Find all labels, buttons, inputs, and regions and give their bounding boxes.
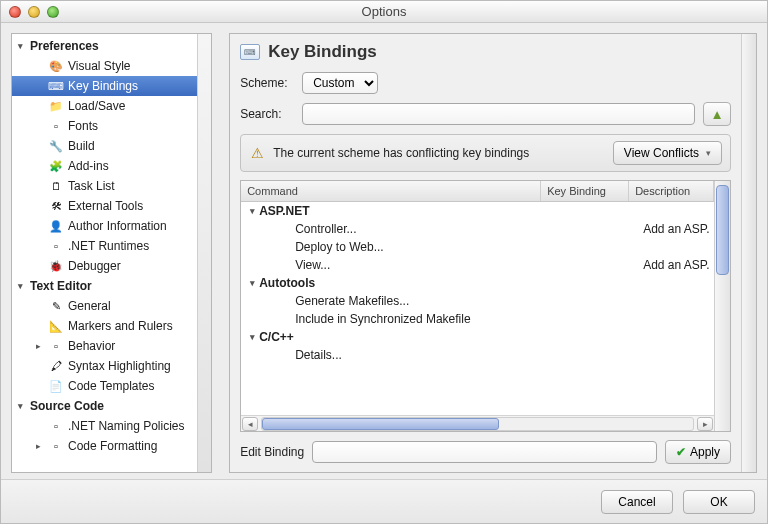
tree-item[interactable]: ▸▫Code Formatting — [12, 436, 197, 456]
tree-item[interactable]: 📁Load/Save — [12, 96, 197, 116]
preferences-sidebar: ▾Preferences🎨Visual Style⌨Key Bindings📁L… — [11, 33, 212, 473]
cell-command: Generate Makefiles... — [295, 294, 555, 308]
palette-icon: 🎨 — [48, 58, 64, 74]
content-area: ▾Preferences🎨Visual Style⌨Key Bindings📁L… — [1, 23, 767, 479]
tree-group-header[interactable]: ▾Text Editor — [12, 276, 197, 296]
scheme-select[interactable]: Custom — [302, 72, 378, 94]
column-command[interactable]: Command — [241, 181, 541, 201]
view-conflicts-button[interactable]: View Conflicts ▾ — [613, 141, 722, 165]
task-icon: 🗒 — [48, 178, 64, 194]
search-input[interactable] — [302, 103, 695, 125]
grid-header: Command Key Binding Description — [241, 181, 714, 202]
titlebar: Options — [1, 1, 767, 23]
grid-row[interactable]: Details... — [241, 346, 714, 364]
tree-item-label: External Tools — [68, 199, 143, 213]
search-action-button[interactable]: ▲ — [703, 102, 731, 126]
tree-item[interactable]: ⌨Key Bindings — [12, 76, 197, 96]
tree-item[interactable]: 📐Markers and Rulers — [12, 316, 197, 336]
tree-group-header[interactable]: ▾Source Code — [12, 396, 197, 416]
tree-item[interactable]: 🎨Visual Style — [12, 56, 197, 76]
stamp-icon: ▲ — [710, 107, 723, 122]
tree-item[interactable]: ▫Fonts — [12, 116, 197, 136]
grid-row[interactable]: View...Add an ASP.NET… — [241, 256, 714, 274]
tree-item-label: Add-ins — [68, 159, 109, 173]
user-icon: 👤 — [48, 218, 64, 234]
preferences-tree[interactable]: ▾Preferences🎨Visual Style⌨Key Bindings📁L… — [12, 34, 197, 472]
column-description[interactable]: Description — [629, 181, 714, 201]
edit-binding-row: Edit Binding ✔ Apply — [240, 440, 731, 464]
tree-item-label: .NET Runtimes — [68, 239, 149, 253]
tree-item-label: Visual Style — [68, 59, 130, 73]
tree-item[interactable]: 🐞Debugger — [12, 256, 197, 276]
tree-item[interactable]: 🔧Build — [12, 136, 197, 156]
tree-item-label: Build — [68, 139, 95, 153]
tree-item[interactable]: 👤Author Information — [12, 216, 197, 236]
grid-row[interactable]: Controller...Add an ASP.NET… — [241, 220, 714, 238]
disclosure-triangle-icon: ▾ — [245, 332, 259, 342]
tree-item-label: .NET Naming Policies — [68, 419, 184, 433]
disclosure-triangle-icon: ▾ — [245, 278, 259, 288]
tree-item[interactable]: 🗒Task List — [12, 176, 197, 196]
page-icon: ▫ — [48, 418, 64, 434]
tree-group-header[interactable]: ▾Preferences — [12, 36, 197, 56]
tree-item-label: Behavior — [68, 339, 115, 353]
grid-body[interactable]: ▾ASP.NETController...Add an ASP.NET…Depl… — [241, 202, 714, 415]
tree-group: ▾Preferences🎨Visual Style⌨Key Bindings📁L… — [12, 36, 197, 276]
scroll-right-icon[interactable]: ▸ — [697, 417, 713, 431]
tree-item-label: Key Bindings — [68, 79, 138, 93]
warning-icon: ⚠ — [249, 145, 265, 161]
disclosure-triangle-icon: ▸ — [36, 441, 46, 451]
disclosure-triangle-icon: ▾ — [18, 41, 28, 51]
disclosure-triangle-icon: ▾ — [245, 206, 259, 216]
grid-row[interactable]: Include in Synchronized Makefile — [241, 310, 714, 328]
tree-item[interactable]: ▫.NET Runtimes — [12, 236, 197, 256]
keyboard-icon: ⌨ — [240, 44, 260, 60]
main-scrollbar[interactable] — [741, 34, 756, 472]
grid-horizontal-scrollbar[interactable]: ◂ ▸ — [241, 415, 714, 431]
page-icon: ▫ — [48, 338, 64, 354]
tree-group-label: Preferences — [30, 39, 99, 53]
options-window: Options ▾Preferences🎨Visual Style⌨Key Bi… — [0, 0, 768, 524]
tree-item[interactable]: 🖍Syntax Highlighting — [12, 356, 197, 376]
scroll-left-icon[interactable]: ◂ — [242, 417, 258, 431]
tree-item-label: Fonts — [68, 119, 98, 133]
grid-row[interactable]: Generate Makefiles... — [241, 292, 714, 310]
splitter[interactable] — [218, 33, 223, 473]
tree-item[interactable]: 📄Code Templates — [12, 376, 197, 396]
ok-button[interactable]: OK — [683, 490, 755, 514]
page-title: Key Bindings — [268, 42, 377, 62]
tree-item[interactable]: ✎General — [12, 296, 197, 316]
tree-item[interactable]: 🛠External Tools — [12, 196, 197, 216]
window-title: Options — [1, 4, 767, 19]
cancel-button[interactable]: Cancel — [601, 490, 673, 514]
tree-item-label: Markers and Rulers — [68, 319, 173, 333]
tree-item[interactable]: ▸▫Behavior — [12, 336, 197, 356]
disclosure-triangle-icon: ▾ — [18, 401, 28, 411]
grid-group-name: C/C++ — [259, 330, 555, 344]
cell-description: Add an ASP.NET… — [643, 222, 710, 236]
bug-icon: 🐞 — [48, 258, 64, 274]
grid-group-row[interactable]: ▾C/C++ — [241, 328, 714, 346]
edit-binding-input[interactable] — [312, 441, 657, 463]
column-key-binding[interactable]: Key Binding — [541, 181, 629, 201]
cell-command: View... — [295, 258, 555, 272]
cell-command: Include in Synchronized Makefile — [295, 312, 555, 326]
dialog-footer: Cancel OK — [1, 479, 767, 523]
search-row: Search: ▲ — [240, 102, 731, 126]
tree-item-label: Code Formatting — [68, 439, 157, 453]
grid-group-name: ASP.NET — [259, 204, 555, 218]
keyboard-icon: ⌨ — [48, 78, 64, 94]
grid-row[interactable]: Deploy to Web... — [241, 238, 714, 256]
sidebar-scrollbar[interactable] — [197, 34, 211, 472]
cell-command: Controller... — [295, 222, 555, 236]
tree-item-label: General — [68, 299, 111, 313]
highlight-icon: 🖍 — [48, 358, 64, 374]
tree-item[interactable]: ▫.NET Naming Policies — [12, 416, 197, 436]
apply-button[interactable]: ✔ Apply — [665, 440, 731, 464]
tree-item[interactable]: 🧩Add-ins — [12, 156, 197, 176]
grid-vertical-scrollbar[interactable] — [714, 181, 730, 431]
bindings-grid: Command Key Binding Description ▾ASP.NET… — [240, 180, 731, 432]
scheme-label: Scheme: — [240, 76, 294, 90]
grid-group-row[interactable]: ▾Autotools — [241, 274, 714, 292]
grid-group-row[interactable]: ▾ASP.NET — [241, 202, 714, 220]
